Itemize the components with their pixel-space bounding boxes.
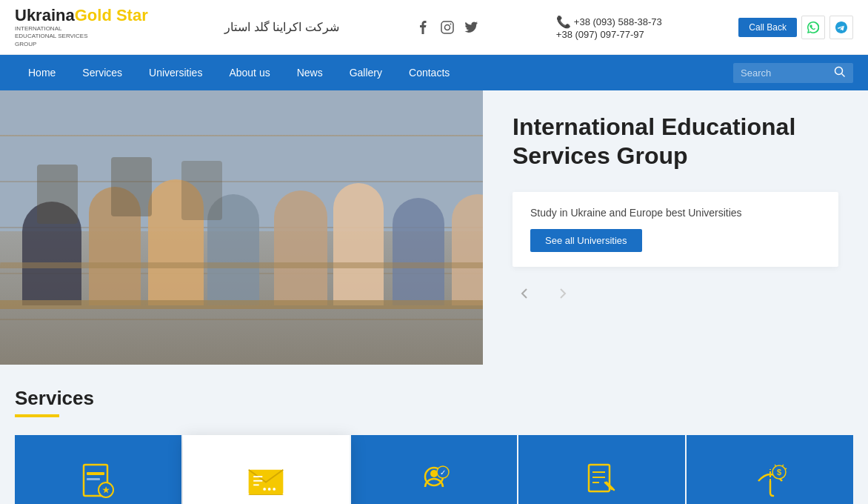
phone1: +38 (093) 588-38-73 (574, 16, 662, 27)
facebook-icon[interactable] (415, 19, 432, 36)
whatsapp-button[interactable] (801, 16, 825, 39)
search-bar[interactable] (733, 63, 853, 83)
logo-name-part2: Gold Star (75, 6, 148, 24)
hero-arrows (513, 282, 838, 305)
social-icons (415, 19, 479, 36)
logo-area: UkrainaGold Star INTERNATIONAL EDUCATION… (15, 6, 148, 48)
nav-about[interactable]: About us (216, 55, 283, 90)
svg-text:★: ★ (102, 485, 110, 494)
svg-rect-6 (87, 472, 104, 475)
visa-icon: ★ (77, 460, 118, 502)
svg-point-3 (835, 67, 843, 74)
svg-text:✓: ✓ (440, 468, 446, 477)
phone2: +38 (097) 097-77-97 (556, 29, 644, 40)
service-insurance[interactable]: $ Insurance (687, 435, 853, 504)
contact-area: 📞 +38 (093) 588-38-73 +38 (097) 097-77-9… (556, 15, 662, 40)
nav-gallery[interactable]: Gallery (336, 55, 395, 90)
services-section: Services ★ Visa support (0, 365, 868, 504)
nav-universities[interactable]: Universities (136, 55, 216, 90)
hero-prev-arrow[interactable] (513, 282, 536, 305)
nav-home[interactable]: Home (15, 55, 69, 90)
hero-next-arrow[interactable] (551, 282, 575, 305)
hero-subtitle: Study in Ukraine and Europe best Univers… (530, 207, 821, 219)
logo[interactable]: UkrainaGold Star INTERNATIONAL EDUCATION… (15, 6, 148, 48)
svg-line-30 (782, 465, 784, 466)
nav-contacts[interactable]: Contacts (395, 55, 463, 90)
docs-icon (581, 460, 623, 502)
svg-line-32 (775, 465, 776, 466)
invitation-icon (245, 457, 287, 499)
navigation: Home Services Universities About us News… (0, 55, 868, 90)
hero-content: International Educational Services Group… (483, 90, 868, 365)
consulting-icon: ✓ (413, 460, 455, 502)
svg-rect-7 (87, 478, 100, 480)
hero-title: International Educational Services Group (513, 113, 838, 170)
phone-line-2: +38 (097) 097-77-97 (556, 29, 644, 40)
svg-point-14 (263, 488, 266, 491)
service-docs[interactable]: Documents translation (518, 435, 687, 504)
services-title: Services (15, 387, 853, 410)
top-right-actions: Call Back (738, 16, 853, 39)
nav-news[interactable]: News (284, 55, 336, 90)
services-underline (15, 414, 59, 417)
hero-subtitle-box: Study in Ukraine and Europe best Univers… (513, 192, 838, 267)
svg-rect-0 (441, 21, 453, 33)
service-consulting[interactable]: ✓ Consulting (351, 435, 519, 504)
services-grid: ★ Visa support (15, 435, 853, 504)
logo-name-part1: Ukraina (15, 6, 75, 24)
svg-point-1 (445, 24, 450, 30)
svg-text:$: $ (777, 468, 781, 477)
callback-button[interactable]: Call Back (738, 18, 797, 37)
phone-line-1: 📞 +38 (093) 588-38-73 (556, 15, 662, 29)
see-universities-button[interactable]: See all Universities (530, 229, 642, 252)
phone-icon: 📞 (556, 15, 571, 29)
search-icon[interactable] (834, 66, 846, 80)
svg-point-15 (268, 488, 271, 491)
service-visa[interactable]: ★ Visa support (15, 435, 183, 504)
svg-line-4 (842, 73, 845, 76)
svg-point-2 (450, 23, 452, 24)
twitter-icon[interactable] (463, 19, 479, 36)
persian-title: شرکت اکراینا گلد استار (224, 20, 338, 34)
svg-point-16 (273, 488, 276, 491)
insurance-icon: $ (750, 460, 791, 502)
instagram-icon[interactable] (439, 19, 455, 36)
service-invitation[interactable]: Official invitation (183, 435, 351, 504)
hero-image (0, 90, 518, 365)
svg-line-31 (785, 468, 787, 469)
search-input[interactable] (741, 67, 829, 79)
telegram-button[interactable] (829, 16, 853, 39)
nav-services[interactable]: Services (69, 55, 136, 90)
hero-section: International Educational Services Group… (0, 90, 868, 365)
logo-subtitle: INTERNATIONAL EDUCATIONAL SERVICES GROUP (15, 25, 104, 48)
top-bar: UkrainaGold Star INTERNATIONAL EDUCATION… (0, 0, 868, 55)
